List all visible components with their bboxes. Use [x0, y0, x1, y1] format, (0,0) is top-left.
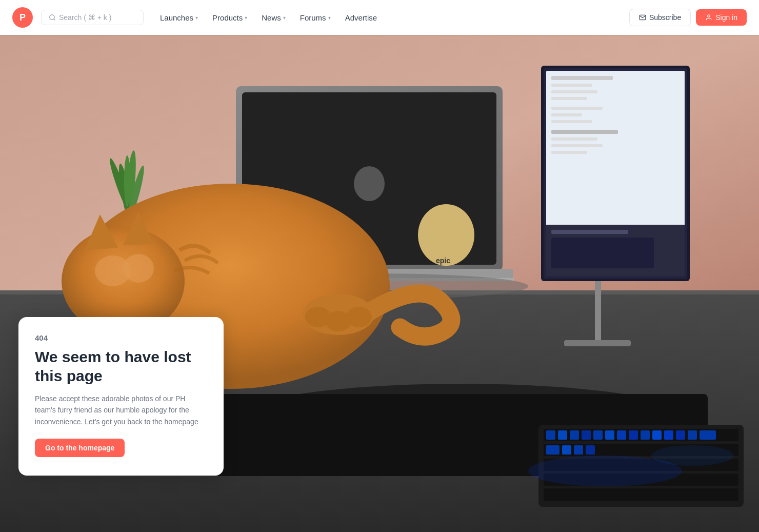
svg-rect-16 [551, 107, 603, 110]
svg-point-38 [124, 155, 130, 207]
svg-rect-71 [700, 430, 716, 440]
nav-item-products[interactable]: Products ▾ [206, 9, 253, 26]
svg-rect-7 [595, 281, 601, 343]
svg-point-77 [651, 445, 733, 466]
nav-actions: Subscribe Sign in [629, 9, 747, 26]
svg-rect-15 [551, 97, 587, 100]
hero-background: epic [0, 35, 759, 532]
svg-point-48 [346, 307, 372, 327]
svg-rect-24 [551, 230, 628, 234]
nav-item-launches[interactable]: Launches ▾ [154, 9, 204, 26]
svg-point-42 [123, 254, 154, 283]
user-icon [705, 14, 712, 21]
svg-rect-63 [605, 430, 614, 440]
svg-rect-69 [676, 430, 685, 440]
svg-rect-61 [582, 430, 591, 440]
svg-rect-60 [570, 430, 579, 440]
error-code: 404 [35, 333, 207, 342]
nav-item-forums[interactable]: Forums ▾ [294, 9, 337, 26]
svg-rect-25 [551, 238, 654, 268]
chevron-down-icon: ▾ [328, 15, 331, 21]
nav-item-news[interactable]: News ▾ [255, 9, 292, 26]
svg-rect-73 [562, 445, 571, 455]
navbar: P Search ( ⌘ + k ) Launches ▾ Products ▾… [0, 0, 759, 35]
svg-rect-14 [551, 90, 597, 93]
svg-rect-56 [544, 488, 738, 501]
svg-rect-12 [551, 76, 613, 80]
svg-rect-66 [641, 430, 650, 440]
svg-rect-18 [551, 120, 592, 123]
svg-rect-65 [629, 430, 638, 440]
svg-rect-62 [593, 430, 603, 440]
svg-rect-17 [551, 113, 582, 116]
svg-rect-20 [551, 137, 597, 141]
search-icon [49, 14, 56, 21]
svg-rect-8 [564, 340, 631, 346]
svg-rect-74 [574, 445, 583, 455]
chevron-down-icon: ▾ [195, 15, 198, 21]
chevron-down-icon: ▾ [245, 15, 247, 21]
svg-rect-75 [586, 445, 595, 455]
error-description: Please accept these adorable photos of o… [35, 393, 207, 427]
search-box[interactable]: Search ( ⌘ + k ) [41, 10, 144, 25]
error-title: We seem to have lost this page [35, 347, 207, 386]
svg-rect-58 [546, 430, 555, 440]
svg-rect-22 [551, 151, 587, 154]
svg-text:epic: epic [436, 257, 450, 265]
svg-point-28 [354, 166, 385, 201]
svg-rect-72 [546, 445, 560, 455]
svg-point-1 [708, 15, 710, 17]
go-to-homepage-button[interactable]: Go to the homepage [35, 439, 125, 457]
nav-item-advertise[interactable]: Advertise [339, 9, 384, 26]
svg-rect-68 [664, 430, 673, 440]
svg-rect-13 [551, 84, 592, 87]
svg-rect-64 [617, 430, 626, 440]
svg-point-0 [50, 15, 54, 19]
search-placeholder-text: Search ( ⌘ + k ) [59, 13, 111, 22]
svg-rect-59 [558, 430, 567, 440]
nav-links: Launches ▾ Products ▾ News ▾ Forums ▾ Ad… [154, 9, 625, 26]
svg-rect-19 [551, 130, 618, 134]
svg-rect-67 [652, 430, 662, 440]
logo[interactable]: P [12, 7, 33, 28]
signin-button[interactable]: Sign in [696, 9, 747, 26]
svg-rect-21 [551, 144, 603, 147]
chevron-down-icon: ▾ [283, 15, 286, 21]
subscribe-button[interactable]: Subscribe [629, 9, 691, 26]
svg-rect-70 [688, 430, 697, 440]
email-icon [639, 14, 646, 21]
error-card: 404 We seem to have lost this page Pleas… [18, 317, 224, 476]
